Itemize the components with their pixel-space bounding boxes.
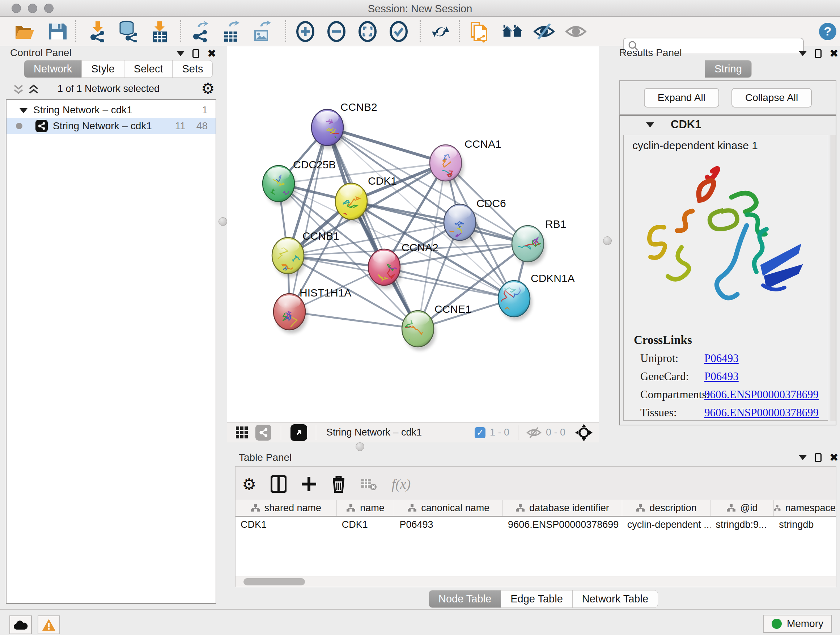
- disable-glass-icon[interactable]: [565, 21, 587, 42]
- crosslink-link[interactable]: P06493: [704, 370, 739, 383]
- import-network-database-icon[interactable]: [117, 21, 139, 42]
- results-scrollbar[interactable]: [831, 135, 836, 421]
- table-panel-close-icon[interactable]: ✖: [829, 453, 838, 462]
- network-collection-row[interactable]: String Network – cdk1 1: [6, 102, 216, 118]
- memory-button[interactable]: Memory: [763, 615, 832, 633]
- table-cell[interactable]: 9606.ENSP00000378699: [503, 516, 622, 533]
- table-data-row[interactable]: CDK1CDK1P064939606.ENSP00000378699cyclin…: [235, 516, 836, 533]
- warnings-button[interactable]: [38, 616, 60, 634]
- column-header-@id[interactable]: @id: [711, 500, 774, 516]
- toolbar-separator: [285, 20, 286, 42]
- warning-icon: [42, 618, 56, 631]
- import-table-icon[interactable]: [149, 21, 171, 42]
- memory-ok-icon: [772, 619, 782, 629]
- zoom-fit-icon[interactable]: [357, 21, 378, 42]
- right-splitter-handle[interactable]: [603, 236, 612, 245]
- crosslink-label: GeneCard:: [634, 370, 704, 383]
- main-toolbar: ?: [0, 17, 840, 46]
- enable-glass-icon[interactable]: [533, 21, 555, 42]
- network-options-gear-icon[interactable]: ⚙: [201, 80, 215, 97]
- column-header-database-identifier[interactable]: database identifier: [503, 500, 622, 516]
- zoom-in-icon[interactable]: [294, 21, 316, 42]
- zoom-out-icon[interactable]: [325, 21, 347, 42]
- crosslink-link[interactable]: P06493: [704, 352, 739, 365]
- table-panel-menu-icon[interactable]: [799, 455, 807, 460]
- table-panel-float-icon[interactable]: [815, 453, 821, 462]
- selected-nodes-checkbox[interactable]: ✓: [475, 427, 485, 438]
- show-columns-icon[interactable]: [271, 475, 286, 493]
- birds-eye-view-icon[interactable]: [291, 424, 307, 441]
- help-icon[interactable]: ?: [817, 21, 838, 42]
- network-node-RB1[interactable]: RB1: [512, 218, 566, 265]
- column-header-namespace[interactable]: namespace: [774, 500, 836, 516]
- table-cell[interactable]: CDK1: [337, 516, 395, 533]
- table-options-gear-icon[interactable]: ⚙: [242, 475, 256, 494]
- control-panel-float-icon[interactable]: [193, 49, 199, 58]
- delete-column-icon[interactable]: [332, 475, 346, 493]
- network-canvas[interactable]: CCNB2CCNA1CDC25BCDK1CDC6RB1CCNB1CCNA2CDK…: [227, 46, 599, 422]
- node-label-RB1: RB1: [545, 218, 566, 230]
- tab-style[interactable]: Style: [82, 60, 124, 78]
- import-network-file-icon[interactable]: [86, 21, 108, 42]
- open-session-icon[interactable]: [14, 21, 35, 42]
- results-panel-menu-icon[interactable]: [799, 51, 807, 56]
- network-edge: [289, 127, 327, 312]
- export-network-icon[interactable]: [189, 21, 210, 42]
- network-node-CDKN1A[interactable]: CDKN1A: [497, 272, 575, 321]
- crosslink-row: GeneCard:P06493: [634, 370, 822, 383]
- fit-selected-crosshair-icon[interactable]: [575, 424, 593, 442]
- column-header-shared-name[interactable]: shared name: [235, 500, 337, 516]
- entry-collapse-icon[interactable]: [646, 122, 654, 127]
- tab-sets[interactable]: Sets: [172, 60, 213, 78]
- first-neighbors-icon[interactable]: [430, 21, 452, 42]
- crosslink-link[interactable]: 9606.ENSP00000378699: [704, 388, 819, 401]
- table-cell[interactable]: stringdb: [774, 516, 836, 533]
- network-node-CCNA1[interactable]: CCNA1: [430, 138, 501, 185]
- grid-view-icon[interactable]: [235, 426, 249, 440]
- export-image-icon[interactable]: [251, 21, 273, 42]
- tab-edge-table[interactable]: Edge Table: [501, 590, 573, 608]
- save-session-icon[interactable]: [46, 21, 68, 42]
- add-column-icon[interactable]: [301, 476, 317, 492]
- left-splitter-handle[interactable]: [218, 217, 227, 226]
- control-panel-tabs: NetworkStyleSelectSets: [24, 60, 213, 78]
- column-header-description[interactable]: description: [622, 500, 711, 516]
- title-bar: Session: New Session: [0, 0, 840, 17]
- table-cell[interactable]: cyclin-dependent ...: [622, 516, 711, 533]
- control-panel-menu-icon[interactable]: [177, 51, 185, 56]
- expand-all-button[interactable]: Expand All: [644, 88, 719, 108]
- tab-select[interactable]: Select: [125, 60, 173, 78]
- collapse-all-button[interactable]: Collapse All: [731, 88, 812, 108]
- column-type-icon: [407, 504, 417, 513]
- table-cell[interactable]: P06493: [394, 516, 503, 533]
- results-panel-float-icon[interactable]: [815, 49, 821, 58]
- network-node-CDC25B[interactable]: CDC25B: [263, 158, 336, 205]
- results-entry-header[interactable]: CDK1: [620, 116, 836, 134]
- network-row[interactable]: String Network – cdk1 11 48: [6, 118, 216, 134]
- export-table-icon[interactable]: [220, 21, 242, 42]
- control-panel-close-icon[interactable]: ✖: [207, 49, 216, 58]
- table-cell[interactable]: CDK1: [235, 516, 337, 533]
- cloud-status-button[interactable]: [9, 616, 32, 634]
- crosslink-link[interactable]: 9606.ENSP00000378699: [704, 406, 819, 419]
- scrollbar-thumb[interactable]: [243, 578, 305, 585]
- column-header-name[interactable]: name: [337, 500, 395, 516]
- hidden-nodes-icon[interactable]: [526, 426, 542, 439]
- network-view-share-icon[interactable]: [256, 424, 271, 440]
- collection-expand-icon[interactable]: [19, 104, 27, 116]
- table-cell[interactable]: stringdb:9...: [711, 516, 774, 533]
- results-panel-close-icon[interactable]: ✖: [829, 49, 838, 58]
- tab-string[interactable]: String: [705, 60, 752, 78]
- bottom-splitter-handle[interactable]: [355, 442, 364, 451]
- node-label-CCNB2: CCNB2: [340, 101, 377, 113]
- zoom-selected-icon[interactable]: [388, 21, 409, 42]
- tab-node-table[interactable]: Node Table: [429, 590, 501, 608]
- string-import-icon[interactable]: [468, 21, 490, 42]
- tab-network-table[interactable]: Network Table: [573, 590, 658, 608]
- tab-network[interactable]: Network: [24, 60, 82, 78]
- network-node-HIST1H1A[interactable]: HIST1H1A: [273, 287, 351, 333]
- entry-gene-name: CDK1: [671, 118, 701, 131]
- string-home-icon[interactable]: [501, 21, 523, 42]
- table-horizontal-scrollbar[interactable]: [235, 576, 836, 587]
- column-header-canonical-name[interactable]: canonical name: [394, 500, 503, 516]
